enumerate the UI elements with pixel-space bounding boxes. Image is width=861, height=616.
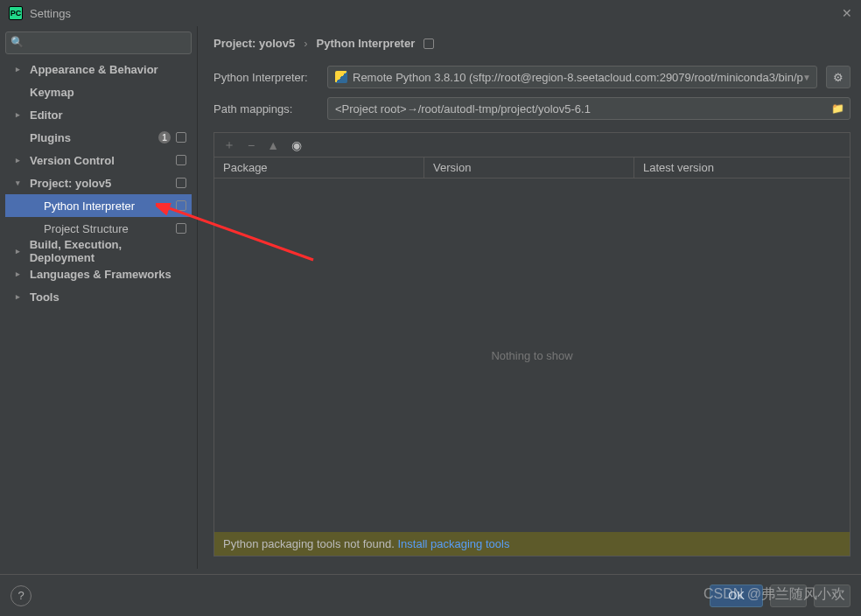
tree-lang[interactable]: ▸Languages & Frameworks (5, 262, 192, 285)
interpreter-label: Python Interpreter: (214, 71, 318, 84)
window-titlebar: PC Settings ✕ (0, 0, 861, 26)
settings-sidebar: 🔍 ▸Appearance & Behavior Keymap ▸Editor … (0, 26, 198, 569)
tree-label: Plugins (30, 131, 71, 144)
tree-label: Languages & Frameworks (30, 268, 172, 281)
tree-label: Editor (30, 108, 63, 122)
col-package[interactable]: Package (214, 158, 424, 178)
folder-icon: 📁 (831, 102, 844, 115)
tree-build[interactable]: ▸Build, Execution, Deployment (5, 240, 192, 262)
empty-state-text: Nothing to show (491, 349, 572, 362)
project-scope-icon (176, 223, 186, 234)
interpreter-select[interactable]: Remote Python 3.8.10 (sftp://root@region… (327, 66, 817, 88)
packages-table-header: Package Version Latest version (214, 158, 850, 178)
tree-label: Appearance & Behavior (30, 63, 158, 76)
window-title: Settings (30, 7, 71, 20)
watermark: CSDN @弗兰随风小欢 (704, 585, 845, 604)
search-icon: 🔍 (10, 36, 24, 48)
remove-package-button[interactable]: − (248, 138, 255, 152)
packages-table-body: Nothing to show (214, 178, 850, 532)
close-icon[interactable]: ✕ (842, 6, 852, 20)
add-package-button[interactable]: ＋ (223, 137, 235, 153)
path-mappings-field[interactable]: <Project root>→/root/autodl-tmp/project/… (327, 97, 850, 120)
project-scope-icon (176, 155, 186, 165)
tree-appearance[interactable]: ▸Appearance & Behavior (5, 58, 192, 80)
gear-icon: ⚙ (833, 71, 844, 84)
project-scope-icon (424, 38, 434, 49)
help-icon: ? (18, 589, 24, 602)
info-badge-icon: 1 (158, 131, 171, 144)
crumb-project[interactable]: Project: yolov5 (214, 37, 295, 50)
warning-text: Python packaging tools not found. (223, 537, 397, 550)
col-version[interactable]: Version (424, 158, 634, 178)
tree-label: Tools (30, 290, 60, 304)
packages-toolbar: ＋ − ▲ ◉ (214, 133, 850, 158)
app-icon: PC (9, 6, 23, 20)
tree-vcs[interactable]: ▸Version Control (5, 149, 192, 172)
tree-editor[interactable]: ▸Editor (5, 103, 192, 126)
path-mappings-label: Path mappings: (214, 102, 318, 116)
tree-label: Project: yolov5 (30, 177, 111, 190)
chevron-right-icon: ▸ (16, 65, 26, 74)
project-scope-icon (176, 132, 186, 143)
search-input[interactable] (5, 32, 192, 54)
packages-warning-bar: Python packaging tools not found. Instal… (214, 532, 850, 556)
chevron-right-icon: ▸ (16, 292, 26, 301)
tree-keymap[interactable]: Keymap (5, 80, 192, 103)
crumb-current: Python Interpreter (317, 37, 416, 50)
interpreter-value: Remote Python 3.8.10 (sftp://root@region… (353, 71, 803, 84)
col-latest[interactable]: Latest version (634, 158, 850, 178)
tree-tools[interactable]: ▸Tools (5, 285, 192, 308)
tree-label: Python Interpreter (44, 200, 135, 213)
install-packaging-tools-link[interactable]: Install packaging tools (397, 537, 509, 550)
tree-plugins[interactable]: Plugins1 (5, 126, 192, 149)
python-icon (335, 71, 347, 83)
settings-tree: ▸Appearance & Behavior Keymap ▸Editor Pl… (5, 58, 192, 308)
tree-label: Project Structure (44, 222, 129, 235)
tree-label: Keymap (30, 86, 74, 99)
show-early-releases-toggle[interactable]: ◉ (291, 138, 302, 152)
upgrade-package-button[interactable]: ▲ (267, 138, 279, 152)
chevron-right-icon: ▸ (16, 247, 26, 256)
path-mappings-value: <Project root>→/root/autodl-tmp/project/… (335, 102, 591, 116)
tree-project-structure[interactable]: Project Structure (5, 217, 192, 240)
project-scope-icon (176, 200, 186, 211)
interpreter-settings-button[interactable]: ⚙ (826, 66, 850, 88)
help-button[interactable]: ? (10, 585, 32, 606)
tree-label: Build, Execution, Deployment (30, 238, 186, 264)
chevron-down-icon: ▼ (802, 73, 811, 82)
tree-python-interpreter[interactable]: Python Interpreter (5, 194, 192, 217)
chevron-right-icon: ▸ (16, 270, 26, 278)
chevron-right-icon: ▸ (16, 156, 26, 164)
tree-project[interactable]: ▾Project: yolov5 (5, 172, 192, 194)
chevron-right-icon: › (304, 37, 307, 50)
chevron-down-icon: ▾ (16, 178, 26, 187)
settings-content: Project: yolov5 › Python Interpreter Pyt… (198, 26, 861, 569)
project-scope-icon (176, 178, 186, 188)
packages-panel: ＋ − ▲ ◉ Package Version Latest version N… (214, 132, 850, 556)
breadcrumb: Project: yolov5 › Python Interpreter (214, 37, 850, 50)
chevron-right-icon: ▸ (16, 110, 26, 119)
tree-label: Version Control (30, 154, 115, 167)
